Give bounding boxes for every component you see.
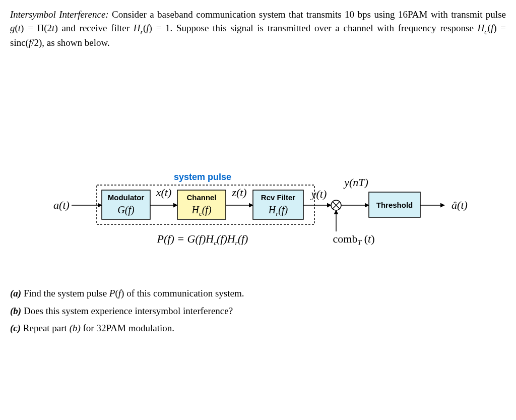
signal-a-t: a(t): [53, 199, 70, 211]
math-gt: g: [10, 23, 15, 33]
signal-y-nT: y(nT): [343, 176, 368, 189]
channel-label: Channel: [186, 193, 216, 202]
signal-y-t: y(t): [310, 188, 327, 200]
pf-equation: P(f) = G(f)Hc(f)Hr(f): [157, 232, 248, 247]
intro-text-1: Consider a baseband communication system…: [109, 9, 506, 20]
comb-label: combT (t): [333, 232, 375, 247]
question-a-label: (a): [10, 288, 21, 298]
math-hr: Hr: [134, 23, 143, 33]
question-c-ref: (b): [70, 323, 81, 333]
question-c-text: Repeat part: [21, 323, 70, 333]
math-hc: Hc: [478, 23, 488, 33]
question-a-text2: of this communication system.: [124, 288, 244, 298]
question-c-label: (c): [10, 323, 21, 333]
block-diagram: system pulse a(t) Modulator G(f) x(t) Ch…: [10, 166, 506, 267]
problem-statement: Intersymbol Interference: Consider a bas…: [10, 8, 506, 50]
question-b: (b) Does this system experience intersym…: [10, 305, 506, 318]
question-c: (c) Repeat part (b) for 32PAM modulation…: [10, 322, 506, 335]
question-b-text: Does this system experience intersymbol …: [21, 306, 233, 316]
problem-title: Intersymbol Interference:: [10, 9, 109, 20]
signal-z-t: z(t): [231, 186, 246, 199]
question-a-text: Find the system pulse: [21, 288, 109, 298]
questions-list: (a) Find the system pulse P(f) of this c…: [10, 287, 506, 335]
question-b-label: (b): [10, 306, 21, 316]
question-a: (a) Find the system pulse P(f) of this c…: [10, 287, 506, 301]
threshold-label: Threshold: [376, 201, 413, 209]
system-pulse-label: system pulse: [174, 172, 231, 182]
G-f-label: G(f): [117, 204, 135, 216]
signal-a-hat-t: â(t): [452, 199, 468, 211]
signal-x-t: x(t): [156, 186, 172, 199]
intro-text-2: and receive filter: [58, 23, 134, 33]
math-pf: P: [109, 288, 115, 298]
intro-text-3: . Suppose this signal is transmitted ove…: [170, 23, 478, 33]
rcv-filter-label: Rcv Filter: [261, 193, 296, 202]
modulator-label: Modulator: [108, 193, 145, 202]
question-c-text2: for 32PAM modulation.: [81, 323, 174, 333]
intro-text-4: , as shown below.: [42, 37, 109, 48]
